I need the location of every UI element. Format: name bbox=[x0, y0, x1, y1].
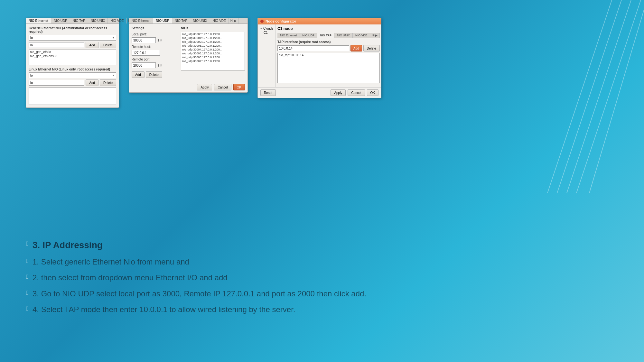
tab-nio-ethernet-3[interactable]: NIO Ethernet bbox=[277, 33, 300, 38]
tab-nio-vde-1[interactable]: NIO VDE bbox=[108, 18, 126, 23]
tree-parent[interactable]: ▼ Clouds bbox=[259, 26, 274, 31]
settings-label: Settings bbox=[132, 26, 178, 30]
ok-button-udp[interactable]: OK bbox=[233, 84, 245, 90]
remote-host-input-row bbox=[132, 50, 178, 56]
tab-nio-udp-2[interactable]: NIO UDP bbox=[153, 18, 172, 23]
add-delete-row: Add Delete bbox=[132, 71, 178, 78]
list-item-2: nio_gen_eth:ens33 bbox=[29, 54, 116, 58]
dialog-nio-ethernet: NIO Ethernet NIO UDP NIO TAP NIO UNIX NI… bbox=[26, 18, 119, 108]
tree-arrow-parent: ▼ bbox=[260, 27, 263, 30]
remote-host-input[interactable] bbox=[132, 50, 160, 56]
remote-port-spinner[interactable]: ⬆⬇ bbox=[157, 64, 162, 67]
nios-item-1: nio_udp:30001:127.0.0.1:200... bbox=[181, 36, 245, 40]
nios-item-4: nio_udp:30004:127.0.0.1:200... bbox=[181, 48, 245, 51]
section1-label: Generic Ethernet NIO (Administrator or r… bbox=[29, 26, 116, 33]
delete-button-udp[interactable]: Delete bbox=[146, 71, 162, 78]
tap-listbox[interactable]: nio_tap:10.0.0.14 bbox=[277, 53, 379, 83]
titlebar-close-dot[interactable] bbox=[260, 20, 264, 23]
tree-child[interactable]: C1 bbox=[259, 31, 274, 35]
nios-item-0: nio_udp:30000:127.0.0.1:200... bbox=[181, 32, 245, 36]
reset-button[interactable]: Reset bbox=[260, 89, 276, 96]
svg-line-0 bbox=[547, 0, 612, 193]
dropdown-1[interactable]: lo ▼ bbox=[29, 35, 116, 41]
remote-port-label: Remote port: bbox=[132, 58, 154, 61]
tap-list-item-0: nio_tap:10.0.0.14 bbox=[278, 53, 379, 57]
tab-nio-tap-1[interactable]: NIO TAP bbox=[70, 18, 88, 23]
apply-button-udp[interactable]: Apply bbox=[197, 84, 212, 90]
settings-panel: Settings Local port: ⬆⬇ Remote host: Rem… bbox=[132, 26, 178, 79]
section-title-text: 3. IP Addressing bbox=[33, 239, 103, 251]
remote-port-input[interactable] bbox=[132, 62, 156, 68]
tab-nio-vde-2[interactable]: NIO VDE bbox=[210, 18, 229, 23]
nios-item-3: nio_udp:30003:127.0.0.1:200... bbox=[181, 44, 245, 48]
tab-nio-unix-2[interactable]: NIO UNIX bbox=[190, 18, 210, 23]
tab-nio-ethernet-2[interactable]: NIO Ethernet bbox=[129, 18, 153, 23]
bullet-text-2: 3. Go to NIO UDP select local port as 30… bbox=[33, 289, 366, 299]
bullet-icon-0: ▯ bbox=[26, 257, 29, 264]
tab-nio-tap-2[interactable]: NIO TAP bbox=[172, 18, 190, 23]
dialog3-title: Node configurator bbox=[266, 19, 296, 23]
delete-button-tap[interactable]: Delete bbox=[363, 45, 380, 51]
tab-nio-unix-3[interactable]: NIO UNIX bbox=[334, 33, 353, 38]
content-item-1: ▯ 2. then select from dropdown menu Ethe… bbox=[26, 273, 618, 283]
local-port-spinner[interactable]: ⬆⬇ bbox=[157, 39, 162, 42]
tab-nio-unix-1[interactable]: NIO UNIX bbox=[88, 18, 108, 23]
input-2[interactable] bbox=[29, 80, 84, 86]
tab-nio-tap-3[interactable]: NIO TAP bbox=[317, 33, 334, 38]
section2-label: Linux Ethernet NIO (Linux only, root acc… bbox=[29, 68, 116, 71]
bullet-icon-3: ▯ bbox=[26, 305, 29, 311]
dialog2-body: Settings Local port: ⬆⬇ Remote host: Rem… bbox=[129, 24, 247, 82]
ok-button-tap[interactable]: OK bbox=[367, 89, 378, 96]
bullet-icon-2: ▯ bbox=[26, 289, 29, 295]
tab-more-3[interactable]: NI ▶ bbox=[370, 33, 380, 38]
delete-button-1[interactable]: Delete bbox=[100, 42, 116, 48]
listbox-2[interactable] bbox=[29, 87, 116, 105]
dialog3-titlebar: Node configurator bbox=[258, 18, 381, 24]
apply-button-tap[interactable]: Apply bbox=[331, 89, 346, 96]
add-button-tap[interactable]: Add bbox=[350, 45, 362, 51]
dialog3-content: C1 node NIO Ethernet NIO UDP NIO TAP NIO… bbox=[275, 24, 381, 87]
remote-port-input-row: ⬆⬇ bbox=[132, 62, 178, 68]
local-port-input[interactable] bbox=[132, 37, 156, 43]
nios-item-6: nio_udp:30006:127.0.0.1:200... bbox=[181, 55, 245, 59]
local-port-row: Local port: bbox=[132, 32, 178, 36]
svg-line-2 bbox=[567, 0, 631, 193]
cancel-button-udp[interactable]: Cancel bbox=[214, 84, 231, 90]
tree-child-label: C1 bbox=[264, 31, 268, 34]
tab-nio-udp-1[interactable]: NIO UDP bbox=[51, 18, 70, 23]
nios-item-5: nio_udp:30005:127.0.0.1:200... bbox=[181, 51, 245, 55]
add-button-udp[interactable]: Add bbox=[132, 71, 145, 78]
nios-label: NIOs bbox=[181, 26, 245, 30]
tap-section-label: TAP interface (require root access) bbox=[277, 40, 379, 44]
tree-panel: ▼ Clouds C1 bbox=[258, 24, 275, 87]
content-section: ▯ 3. IP Addressing ▯ 1. Select generic E… bbox=[26, 239, 618, 320]
add-button-1[interactable]: Add bbox=[86, 42, 98, 48]
nios-item-2: nio_udp:30002:127.0.0.1:200... bbox=[181, 40, 245, 44]
delete-button-2[interactable]: Delete bbox=[100, 79, 116, 86]
nios-listbox[interactable]: nio_udp:30000:127.0.0.1:200... nio_udp:3… bbox=[181, 32, 245, 70]
bullet-icon-1: ▯ bbox=[26, 273, 29, 279]
dropdown-arrow-2: ▼ bbox=[112, 74, 115, 77]
remote-host-row: Remote host: bbox=[132, 45, 178, 49]
add-button-2[interactable]: Add bbox=[86, 79, 98, 86]
tab-bar-3: NIO Ethernet NIO UDP NIO TAP NIO UNIX NI… bbox=[277, 33, 379, 38]
form-row-2: Add Delete bbox=[29, 79, 116, 86]
dropdown-row-2: lo ▼ bbox=[29, 72, 116, 78]
section-bullet-icon: ▯ bbox=[26, 240, 29, 246]
remote-host-label: Remote host: bbox=[132, 45, 154, 49]
nios-panel: NIOs nio_udp:30000:127.0.0.1:200... nio_… bbox=[181, 26, 245, 79]
cancel-button-tap[interactable]: Cancel bbox=[348, 89, 365, 96]
tab-more-2[interactable]: NI ▶ bbox=[229, 18, 239, 23]
input-1[interactable] bbox=[29, 42, 84, 48]
form-row-1: Add Delete bbox=[29, 42, 116, 48]
dropdown-2-value: lo bbox=[30, 74, 33, 77]
bullet-text-3: 4. Select TAP mode then enter 10.0.0.1 t… bbox=[33, 304, 295, 314]
tab-nio-udp-3[interactable]: NIO UDP bbox=[300, 33, 318, 38]
dropdown-2[interactable]: lo ▼ bbox=[29, 72, 116, 78]
list-item-1: nio_gen_eth:lo bbox=[29, 50, 116, 54]
tab-nio-ethernet-1[interactable]: NIO Ethernet bbox=[26, 18, 51, 23]
listbox-1[interactable]: nio_gen_eth:lo nio_gen_eth:ens33 bbox=[29, 50, 116, 65]
tab-nio-vde-3[interactable]: NIO VDE bbox=[353, 33, 370, 38]
dialog-nio-udp: NIO Ethernet NIO UDP NIO TAP NIO UNIX NI… bbox=[129, 18, 248, 93]
tap-input[interactable] bbox=[277, 45, 349, 51]
